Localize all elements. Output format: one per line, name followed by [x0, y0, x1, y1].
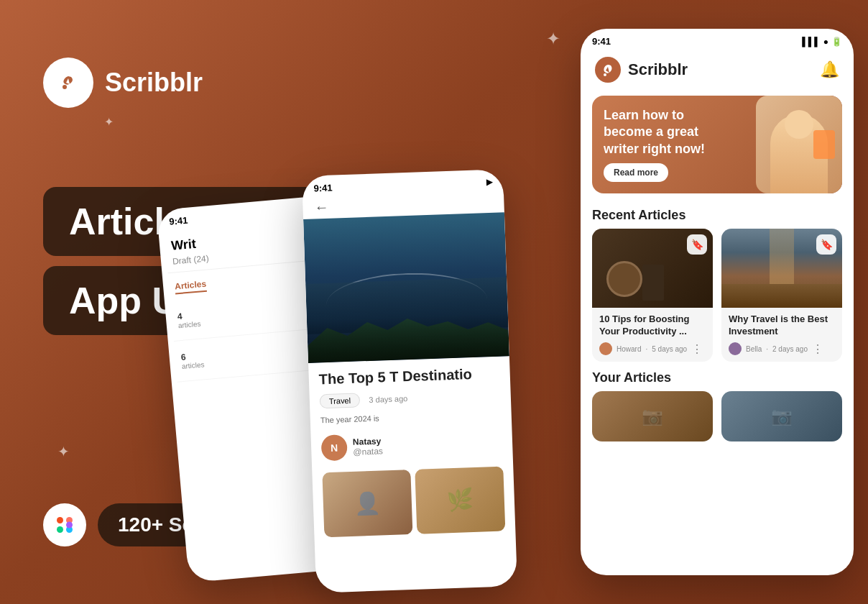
- phone3-articles-grid: 🔖 10 Tips for Boosting Your Productivity…: [581, 229, 854, 362]
- phone2-grid-img1: 👤: [322, 470, 412, 537]
- phone2-meta: 3 days ago: [369, 394, 407, 404]
- phone3-author-name-1: Howard: [617, 345, 641, 353]
- phone3-article-title-2: Why Travel is the Best Investment: [729, 314, 835, 338]
- phone3-article-body-1: 10 Tips for Boosting Your Productivity .…: [592, 308, 713, 362]
- svg-point-6: [66, 522, 73, 528]
- branding-area: Scribblr: [43, 58, 203, 108]
- phone3-your-articles-title: Your Articles: [581, 362, 854, 391]
- phone3-article-img-2: 🔖: [721, 229, 842, 308]
- phone3-article-body-2: Why Travel is the Best Investment Bella …: [721, 308, 842, 362]
- star-decoration-2: ✦: [104, 115, 114, 129]
- brand-logo: [43, 58, 93, 108]
- phone3-article-img-1: 🔖: [592, 229, 713, 308]
- svg-point-1: [63, 85, 67, 89]
- phone-mockup-3: 9:41 ▌▌▌ ● 🔋 Scribblr 🔔 Learn how to bec…: [581, 29, 854, 575]
- phone2-user-info: Natasy @natas: [353, 436, 383, 457]
- phone3-article-title-1: 10 Tips for Boosting Your Productivity .…: [599, 314, 706, 338]
- phone3-banner-text: Learn how to become a great writer right…: [604, 107, 729, 157]
- phone3-author-avatar-1: [599, 342, 612, 355]
- phone3-article-time-1: 5 days ago: [652, 345, 687, 353]
- phone3-bookmark-1[interactable]: 🔖: [687, 234, 707, 255]
- phone3-article-meta-2: Bella · 2 days ago ⋮: [729, 342, 835, 356]
- phone3-bookmark-2[interactable]: 🔖: [816, 234, 836, 255]
- phone3-article-card-2[interactable]: 🔖 Why Travel is the Best Investment Bell…: [721, 229, 842, 362]
- phone3-brand-name: Scribblr: [628, 60, 688, 79]
- phone3-your-article-1[interactable]: 📷: [592, 391, 713, 441]
- phone3-header: Scribblr 🔔: [581, 50, 854, 90]
- phone2-hero-image: [303, 212, 509, 363]
- phone1-articles-label: articles: [177, 319, 201, 329]
- phone3-read-more-button[interactable]: Read more: [604, 163, 668, 182]
- phone3-notification-bell[interactable]: 🔔: [820, 60, 839, 79]
- phone3-article-meta-1: Howard · 5 days ago ⋮: [599, 342, 706, 356]
- svg-rect-2: [57, 517, 63, 523]
- phone3-logo-icon: [595, 57, 621, 83]
- phone1-articles-label2: articles: [181, 360, 205, 370]
- phone2-tag[interactable]: Travel: [320, 393, 361, 408]
- phone3-status-bar: 9:41 ▌▌▌ ● 🔋: [581, 29, 854, 50]
- phone3-your-article-2[interactable]: 📷: [721, 391, 842, 441]
- figma-icon: [43, 503, 86, 546]
- svg-point-7: [604, 73, 606, 76]
- phone2-grid-img2: 🌿: [415, 466, 505, 534]
- phone3-article-time-2: 2 days ago: [772, 345, 808, 353]
- brand-name: Scribblr: [105, 68, 203, 98]
- phone3-promo-banner[interactable]: Learn how to become a great writer right…: [592, 96, 842, 193]
- phone3-more-btn-1[interactable]: ⋮: [691, 342, 703, 356]
- phone-mockup-2: 9:41 ▶ ← The Top 5 T Destinatio Travel 3…: [302, 169, 517, 592]
- phone3-recent-articles-title: Recent Articles: [581, 199, 854, 229]
- phone3-article-card-1[interactable]: 🔖 10 Tips for Boosting Your Productivity…: [592, 229, 713, 362]
- phone1-tab-articles[interactable]: Articles: [175, 279, 207, 295]
- svg-rect-4: [57, 526, 63, 533]
- phone3-your-articles-grid: 📷 📷: [581, 391, 854, 441]
- phone2-user-avatar: N: [321, 434, 348, 461]
- phone2-image-grid: 👤 🌿: [312, 460, 516, 544]
- phone3-more-btn-2[interactable]: ⋮: [812, 342, 823, 356]
- star-decoration-3: ✦: [57, 443, 70, 460]
- star-decoration-1: ✦: [546, 29, 560, 49]
- phone3-logo-row: Scribblr: [595, 57, 688, 83]
- phone3-author-name-2: Bella: [746, 345, 762, 353]
- phone3-author-avatar-2: [729, 342, 742, 355]
